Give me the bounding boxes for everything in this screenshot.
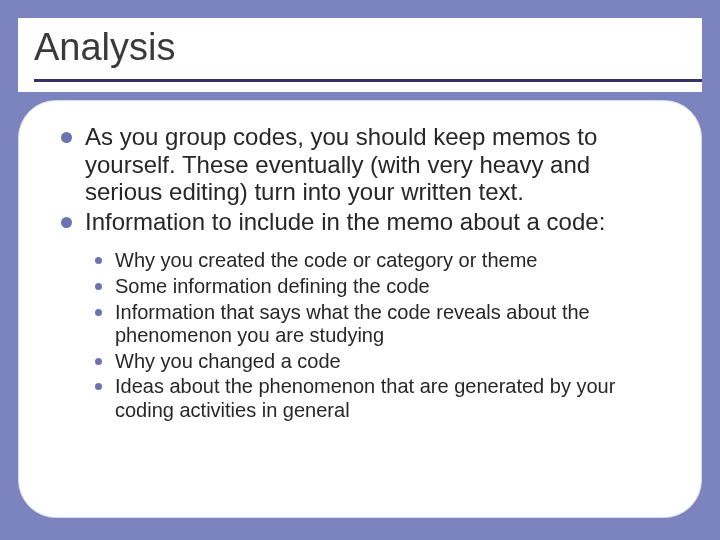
sub-bullet-item: Why you changed a code bbox=[93, 350, 663, 374]
bullet-list: As you group codes, you should keep memo… bbox=[59, 123, 663, 235]
slide: Analysis As you group codes, you should … bbox=[0, 0, 720, 540]
sub-bullet-item: Why you created the code or category or … bbox=[93, 249, 663, 273]
slide-title: Analysis bbox=[34, 26, 686, 69]
sub-bullet-item: Ideas about the phenomenon that are gene… bbox=[93, 375, 663, 422]
sub-bullet-list: Why you created the code or category or … bbox=[93, 249, 663, 422]
bullet-item: As you group codes, you should keep memo… bbox=[59, 123, 663, 206]
content-panel: As you group codes, you should keep memo… bbox=[18, 100, 702, 518]
title-box: Analysis bbox=[18, 18, 702, 92]
sub-bullet-item: Some information defining the code bbox=[93, 275, 663, 299]
sub-bullet-item: Information that says what the code reve… bbox=[93, 301, 663, 348]
title-underline bbox=[34, 79, 702, 82]
bullet-item: Information to include in the memo about… bbox=[59, 208, 663, 236]
